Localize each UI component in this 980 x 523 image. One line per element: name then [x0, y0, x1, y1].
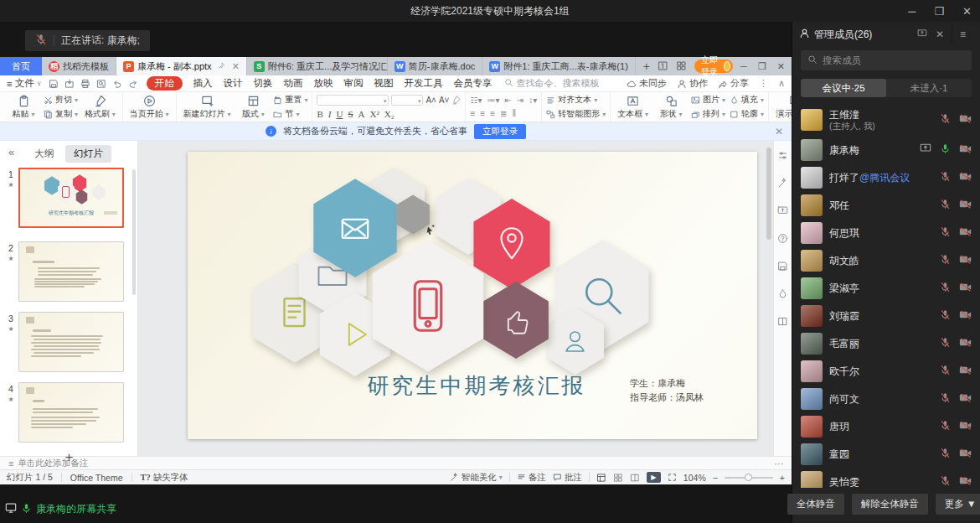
thumbnail-scrollbar[interactable]	[132, 169, 136, 295]
view-read-icon[interactable]	[630, 473, 640, 483]
ribbon-对齐文本-button[interactable]: 对齐文本▾	[546, 94, 606, 106]
font-size-select[interactable]	[391, 95, 423, 106]
add-slide-button[interactable]: +	[0, 449, 138, 466]
slide-thumbnail-4[interactable]	[18, 382, 124, 443]
mic-muted-icon[interactable]	[940, 225, 951, 241]
undo-icon[interactable]	[112, 79, 122, 89]
char-format-4[interactable]: A	[358, 109, 365, 119]
member-row-梁淑亭[interactable]: 梁淑亭	[792, 274, 980, 302]
maximize-icon[interactable]: ❒	[934, 5, 944, 18]
mic-muted-icon[interactable]	[940, 474, 951, 489]
pop-out-icon[interactable]	[917, 28, 927, 41]
slide-thumbnail-1[interactable]: 研究生中期考核汇报	[18, 168, 124, 228]
mic-muted-icon[interactable]	[940, 336, 951, 351]
char-format-3[interactable]: S	[348, 109, 353, 119]
member-row-胡文皓[interactable]: 胡文皓	[792, 246, 980, 274]
collapse-panel-icon[interactable]: «	[8, 146, 14, 158]
ribbon-新建幻灯片-button[interactable]: 新建幻灯片 ▾	[181, 94, 234, 121]
wps-tab-6[interactable]: W附件1: 重庆工商...表-康承梅(1)	[482, 57, 636, 75]
slideshow-button[interactable]: ▶	[647, 472, 661, 483]
ribbon-节-button[interactable]: 节▾	[273, 108, 307, 120]
align-left-icon[interactable]: ≡	[470, 109, 475, 118]
mic-muted-icon[interactable]	[940, 447, 951, 462]
zoom-in-icon[interactable]: +	[780, 473, 785, 483]
notice-close-icon[interactable]: ✕	[775, 126, 783, 137]
mic-on-icon[interactable]	[940, 142, 951, 158]
panel-footer-button-1[interactable]: 解除全体静音	[852, 494, 928, 515]
panel-close-icon[interactable]: ✕	[936, 28, 944, 40]
ribbon-形状-button[interactable]: 形状 ▾	[655, 94, 687, 121]
window-manage-icon[interactable]	[658, 60, 668, 73]
numbered-list-icon[interactable]: ≔▾	[487, 96, 499, 105]
mic-muted-icon[interactable]	[940, 253, 951, 268]
increase-font-icon[interactable]: A˄	[426, 96, 436, 105]
menu-item-插入[interactable]: 插入	[193, 77, 213, 90]
theme-name[interactable]: Office Theme	[70, 473, 123, 483]
slide-page[interactable]: 研究生中期考核汇报 学生：康承梅 指导老师：汤凤林	[188, 152, 757, 439]
wps-tab-3[interactable]: P康承梅 - 副本.pptx✕	[116, 57, 247, 75]
zoom-slider[interactable]	[725, 477, 773, 479]
camera-off-icon[interactable]	[959, 170, 972, 185]
notice-login-button[interactable]: 立即登录	[474, 124, 526, 139]
close-icon[interactable]: ✕	[962, 5, 972, 18]
ribbon-排列-button[interactable]: 排列▾	[691, 108, 725, 120]
camera-off-icon[interactable]	[959, 142, 972, 158]
backup-icon[interactable]	[777, 260, 788, 275]
ribbon-重置-button[interactable]: 重置▾	[273, 94, 307, 106]
camera-off-icon[interactable]	[959, 253, 972, 268]
char-format-2[interactable]: U	[336, 109, 343, 119]
bullet-list-icon[interactable]: ☷▾	[470, 96, 482, 105]
collapse-ribbon-icon[interactable]: ∧	[778, 78, 785, 89]
wps-tab-4[interactable]: S附件6: 重庆工...及学习情况汇总	[247, 57, 388, 75]
slide-thumbnail-3[interactable]	[18, 312, 124, 372]
output-icon[interactable]	[64, 79, 75, 89]
pane-tab-幻灯片[interactable]: 幻灯片	[65, 145, 111, 163]
comments-button[interactable]: 批注	[553, 472, 582, 484]
panel-footer-button-2[interactable]: 更多 ▼	[936, 494, 980, 515]
camera-off-icon[interactable]	[959, 447, 972, 462]
ribbon-图片-button[interactable]: 图片▾	[691, 94, 725, 106]
panel-tab-会议中·25[interactable]: 会议中·25	[801, 79, 886, 97]
menu-item-审阅[interactable]: 审阅	[344, 77, 364, 90]
ribbon-版式-button[interactable]: 版式 ▾	[237, 94, 269, 121]
menu-item-开发工具[interactable]: 开发工具	[405, 77, 443, 90]
outdent-icon[interactable]: ⇤	[504, 96, 511, 105]
camera-off-icon[interactable]	[959, 308, 972, 324]
beautify-button[interactable]: 智能美化▾	[450, 472, 503, 484]
wps-tab-2[interactable]: 稻找稻壳模板	[42, 57, 116, 75]
ribbon-当页开始-button[interactable]: 当页开始 ▾	[127, 94, 172, 121]
zoom-out-icon[interactable]: −	[713, 473, 718, 483]
wps-tab-1[interactable]: 首页	[0, 57, 42, 75]
char-format-5[interactable]: X²	[369, 109, 379, 119]
wps-tab-5[interactable]: W简历-康承梅.doc	[388, 57, 482, 75]
panel-tab-未进入·1[interactable]: 未进入·1	[886, 79, 972, 97]
char-format-0[interactable]: B	[317, 109, 322, 119]
camera-off-icon[interactable]	[959, 112, 972, 127]
view-sorter-icon[interactable]	[613, 473, 623, 483]
tab-close-icon[interactable]: ✕	[232, 61, 240, 72]
camera-off-icon[interactable]	[959, 419, 972, 434]
pane-tab-大纲[interactable]: 大纲	[26, 145, 62, 163]
mic-muted-icon[interactable]	[940, 364, 951, 379]
ribbon-转智能图形-button[interactable]: 转智能图形▾	[546, 108, 606, 120]
camera-off-icon[interactable]	[959, 336, 972, 351]
ribbon-演示工具-button[interactable]: 演示工具 ▾	[773, 94, 792, 121]
ribbon-文本框-button[interactable]: 文本框 ▾	[615, 94, 651, 121]
columns-icon[interactable]: ⫼	[512, 108, 516, 118]
wps-close-icon[interactable]: ✕	[777, 61, 785, 72]
member-row-唐玥[interactable]: 唐玥	[792, 412, 980, 440]
camera-off-icon[interactable]	[959, 281, 972, 296]
menu-item-开始[interactable]: 开始	[147, 76, 183, 91]
align-right-icon[interactable]: ≡	[490, 109, 495, 118]
panel-footer-button-0[interactable]: 全体静音	[787, 494, 844, 515]
ribbon-复制-button[interactable]: 复制▾	[44, 108, 78, 120]
play-window-icon[interactable]	[777, 205, 788, 220]
ribbon-粘贴-button[interactable]: 粘贴 ▾	[8, 94, 39, 121]
login-button[interactable]: 立即登录	[694, 60, 733, 73]
canvas-scrollbar[interactable]	[766, 148, 771, 240]
camera-off-icon[interactable]	[959, 198, 972, 213]
ribbon-剪切-button[interactable]: 剪切▾	[44, 94, 78, 106]
mic-muted-icon[interactable]	[940, 112, 951, 127]
menu-item-会员专享[interactable]: 会员专享	[454, 77, 493, 90]
member-row-刘瑞霞[interactable]: 刘瑞霞	[792, 302, 980, 329]
